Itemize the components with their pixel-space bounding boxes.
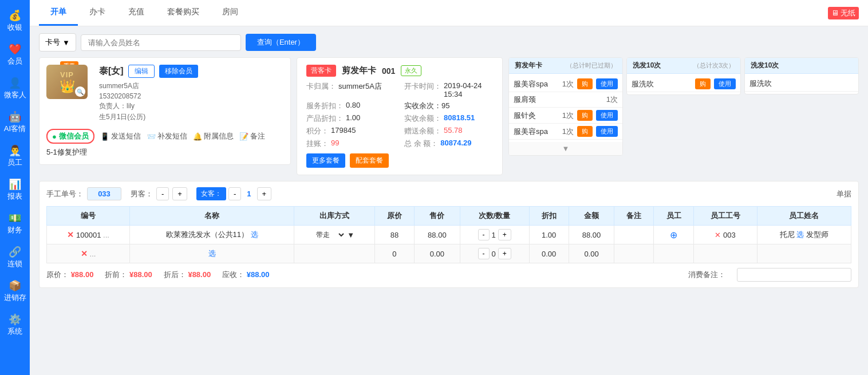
note-input[interactable] [737,268,851,282]
pkg-use-button[interactable]: 使用 [596,126,618,137]
sidebar-item-baobiao[interactable]: 📊 报表 [0,173,30,207]
top-nav: 开单 办卡 充值 套餐购买 房间 🖥 无纸 [30,0,868,26]
card-real-balance-val: 实收余次：95 [404,101,449,111]
screen-btn[interactable]: 🖥 无纸 [828,7,859,19]
female-plus-button[interactable]: + [257,187,272,200]
row-del-id2: ✕ ... [47,244,130,263]
card-svc-disc-row: 服务折扣： 0.80 [306,101,395,111]
qty-controls-2: - 0 + [465,248,524,259]
nav-tabs: 开单 办卡 充值 套餐购买 房间 [39,0,250,26]
sidebar-item-label: 财务 [7,225,22,235]
sidebar-item-caiwu[interactable]: 💵 财务 [0,207,30,241]
row-amount: 88.00 [569,226,614,244]
pkg-use-button[interactable]: 使用 [596,110,618,121]
card-prod-disc-label: 产品折扣： [306,113,344,124]
pkg-card-1-sub: （总计次3次） [693,61,735,70]
caiwu-icon: 💵 [9,213,21,223]
sidebar-item-aike[interactable]: 🤖 AI客情 [0,106,30,140]
emp-select-link[interactable]: 选 [796,230,804,239]
note-icon: 📝 [239,132,248,141]
pkg-use-button[interactable]: 使用 [714,78,736,89]
row-amount2: 0.00 [569,244,614,263]
row-select-link[interactable]: 选 [251,230,258,239]
jincun-icon: 📦 [9,281,21,291]
pkg-card-1-body: 服洗吹 购 使用 [627,74,740,94]
pkg-buy-button[interactable]: 购 [577,78,593,89]
emp-del-button[interactable]: ✕ [715,231,721,239]
female-minus-button[interactable]: - [228,187,241,200]
order-no-input[interactable] [87,187,121,200]
footer-totals: 原价： ¥88.00 折前： ¥88.00 折后： ¥88.00 应收： ¥88… [46,263,851,282]
pkg-item-count: 1次 [606,94,618,105]
more-pkg-button[interactable]: 更多套餐 [306,153,345,168]
pkg-item-name: 服美容spa [514,127,559,137]
liansuo-icon: 🔗 [9,247,21,257]
send-sms-button[interactable]: 📱 发送短信 [100,131,141,141]
note-button[interactable]: 📝 备注 [239,131,265,141]
pkg-item: 服针灸 1次 购 使用 [509,108,622,124]
qty-minus-button[interactable]: - [478,229,490,240]
pkg-buy-button[interactable]: 购 [695,78,711,89]
card-type-badge: 营客卡 [306,65,336,77]
order-controls: 手工单号： 男客： - + 女客： - 1 + 单据 [46,187,851,200]
delete-row-button[interactable]: ✕ [67,230,74,239]
delivery-select[interactable]: 带走 不带走 [314,230,346,239]
card-store-label: 卡归属： [306,81,336,98]
sidebar-item-jincun[interactable]: 📦 进销存 [0,275,30,309]
add-emp-button[interactable]: ⊕ [670,230,677,240]
single-label: 单据 [837,189,851,199]
sidebar-item-yuangong[interactable]: 👨‍💼 员工 [0,140,30,173]
row-emp-name: 托尼 选 发型师 [757,226,851,244]
female-count-field: 女客： - 1 + [196,187,271,200]
male-plus-button[interactable]: + [172,187,187,200]
search-input[interactable] [81,34,241,51]
send-sms-label: 发送短信 [111,131,141,141]
tab-taocan[interactable]: 套餐购买 [156,0,211,26]
edit-button[interactable]: 编辑 [128,65,155,78]
sidebar-item-liansuo[interactable]: 🔗 连锁 [0,241,30,275]
note-label: 消费备注： [688,270,725,280]
vip-search-icon[interactable]: 🔍 [75,86,85,97]
member-store: summer5A店 [99,81,283,91]
card-gift-amount-row: 赠送余额： 55.78 [404,126,493,136]
row-original-price: 88 [374,226,414,244]
qty-minus-button-2[interactable]: - [478,248,490,259]
remove-member-button[interactable]: 移除会员 [159,65,198,78]
search-button[interactable]: 查询（Enter） [246,34,316,51]
row-select-link-2[interactable]: 选 [208,249,216,258]
pkg-item-count: 1次 [562,79,574,89]
male-minus-button[interactable]: - [156,187,169,200]
emp-role-val: 发型师 [806,230,828,239]
qty-plus-button-2[interactable]: + [498,248,511,259]
emp-name-val: 托尼 [780,230,795,239]
sidebar-item-huiyuan[interactable]: ❤️ 会员 [0,38,30,72]
search-type-select[interactable]: 卡号 ▼ [39,33,76,52]
qty-plus-button[interactable]: + [498,229,511,240]
col-remark: 备注 [614,207,654,226]
tab-kaidan[interactable]: 开单 [39,0,78,26]
female-count-label: 女客： [196,187,226,200]
after-discount-total: 折后： ¥88.00 [164,270,211,280]
pkg-scroll-down[interactable]: ▼ [509,142,622,155]
sidebar-item-shouru[interactable]: 💰 收银 [0,5,30,38]
pkg-item-count: 1次 [562,127,574,137]
sidebar-item-xitong[interactable]: ⚙️ 系统 [0,309,30,342]
sidebar-item-weikehu[interactable]: 👤 微客人 [0,72,30,106]
pkg-buy-button[interactable]: 购 [577,126,593,137]
original-label: 原价： [46,270,69,279]
wechat-member-button[interactable]: ● 微信会员 [46,129,94,144]
tab-fangjian[interactable]: 房间 [211,0,250,26]
tab-banka[interactable]: 办卡 [78,0,117,26]
pkg-card-2-title: 洗发10次 [751,61,779,70]
pkg-use-button[interactable]: 使用 [596,78,618,89]
member-responsible: 负责人：lily [99,101,283,111]
pkg-buy-button[interactable]: 购 [577,110,593,121]
member-detail: 营客卡 剪发年卡 001 永久 卡归属： summer5A店 开卡时间： 201… [297,57,503,175]
attach-info-button[interactable]: 🔔 附属信息 [193,131,234,141]
tab-chongzhi[interactable]: 充值 [117,0,156,26]
resend-sms-button[interactable]: 📨 补发短信 [147,131,187,141]
pkg-card-1-header: 洗发10次 （总计次3次） [627,58,740,74]
config-pkg-button[interactable]: 配套套餐 [350,153,389,168]
delete-row-button-2[interactable]: ✕ [81,249,88,258]
card-title-row: 营客卡 剪发年卡 001 永久 [306,65,493,77]
